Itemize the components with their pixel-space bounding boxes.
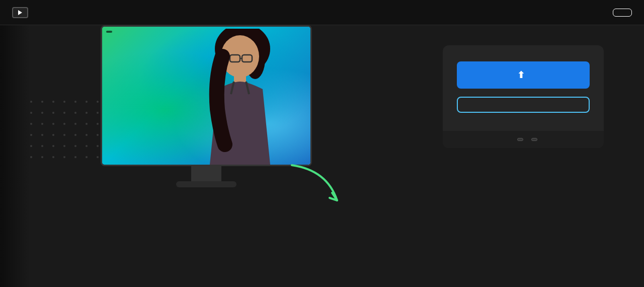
- dot: [30, 112, 32, 114]
- dot: [86, 101, 88, 103]
- dot: [30, 101, 32, 103]
- dot: [74, 101, 76, 103]
- dot: [86, 123, 88, 125]
- dot: [97, 101, 99, 103]
- dot: [52, 112, 54, 114]
- main-content: const dp = document.querySelector('.dot-…: [0, 25, 644, 287]
- arrow-icon: [287, 160, 347, 210]
- monitor-base: [176, 181, 236, 187]
- arrow-wrapper: [287, 160, 347, 212]
- monitor-wrapper: [101, 25, 312, 187]
- dot: [97, 123, 99, 125]
- dot: [63, 101, 65, 103]
- monitor-screen: [102, 27, 310, 165]
- left-edge-gradient: [0, 25, 30, 287]
- supported-formats: [457, 123, 590, 131]
- hero-section: [40, 130, 423, 182]
- dot: [97, 112, 99, 114]
- dot: [30, 134, 32, 136]
- login-button[interactable]: [613, 9, 632, 17]
- dot: [30, 123, 32, 125]
- dot: [74, 123, 76, 125]
- navbar: [0, 0, 644, 25]
- dot: [30, 156, 32, 158]
- dot: [63, 123, 65, 125]
- monitor-stand: [191, 166, 221, 181]
- dot: [41, 101, 43, 103]
- search-gif-button[interactable]: [457, 97, 590, 113]
- ctrl-key: [517, 138, 523, 141]
- monitor: [101, 25, 312, 166]
- person-figure: [190, 29, 290, 165]
- dot: [74, 112, 76, 114]
- dot: [63, 112, 65, 114]
- video-timestamp: [106, 31, 112, 33]
- upload-panel: ⬆: [443, 45, 604, 148]
- dot: [30, 145, 32, 147]
- dot: [41, 123, 43, 125]
- logo[interactable]: [12, 7, 32, 18]
- logo-icon: [12, 7, 28, 18]
- upload-clip-button[interactable]: ⬆: [457, 61, 590, 89]
- dot: [52, 123, 54, 125]
- dot: [86, 112, 88, 114]
- upload-icon: ⬆: [517, 69, 525, 81]
- v-key: [531, 138, 537, 141]
- paste-bar: [443, 131, 604, 148]
- dot: [41, 112, 43, 114]
- dot: [52, 101, 54, 103]
